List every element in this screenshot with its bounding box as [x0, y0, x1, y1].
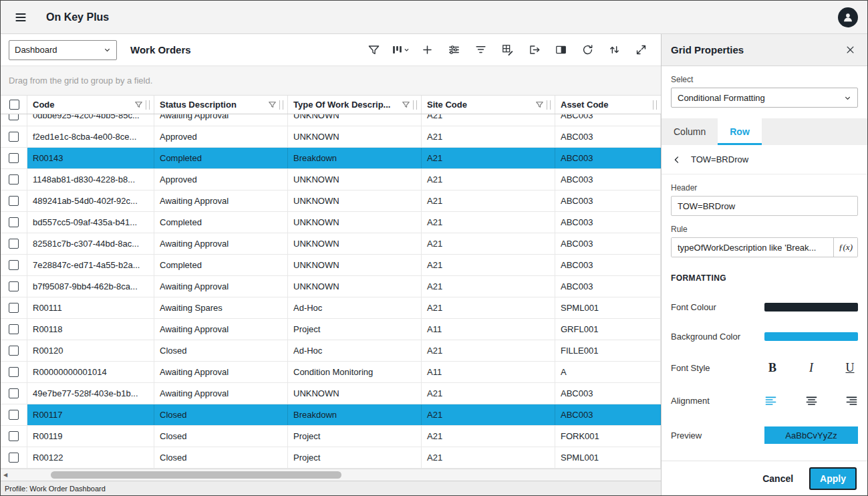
scroll-left-arrow-icon[interactable]: ◀	[1, 469, 10, 481]
column-header[interactable]: Type Of Work Descrip...	[288, 96, 422, 114]
cell-status: Awaiting Approval	[154, 383, 288, 404]
header-input[interactable]	[671, 196, 858, 216]
chevron-left-icon[interactable]	[672, 155, 682, 164]
row-checkbox[interactable]	[9, 346, 19, 356]
font-style-label: Font Style	[671, 363, 764, 373]
column-resize-handle[interactable]	[146, 100, 150, 110]
view-columns-icon[interactable]	[391, 41, 410, 59]
column-filter-icon[interactable]	[134, 100, 143, 109]
table-row[interactable]: R00111Awaiting SparesAd-HocA21SPML001	[1, 297, 661, 319]
cell-type: UNKNOWN	[288, 233, 422, 254]
row-checkbox[interactable]	[9, 281, 19, 291]
column-resize-handle[interactable]	[279, 100, 283, 110]
filter-icon[interactable]	[364, 41, 383, 59]
split-view-icon[interactable]	[551, 41, 570, 59]
table-row[interactable]: R00122ClosedProjectA21SPML001	[1, 447, 661, 469]
align-left-icon[interactable]	[764, 394, 777, 407]
export-icon[interactable]	[525, 41, 543, 59]
column-resize-handle[interactable]	[653, 100, 657, 110]
cell-type: Condition Monitoring	[288, 362, 422, 382]
row-checkbox[interactable]	[9, 174, 19, 184]
background-color-swatch[interactable]	[764, 332, 858, 341]
cell-type: Project	[288, 447, 422, 468]
table-row[interactable]: R00120ClosedAd-HocA21FILLE001	[1, 340, 661, 362]
sort-icon[interactable]	[605, 41, 623, 59]
table-row[interactable]: 0dbbe925-42c0-4bb5-85c...Awaiting Approv…	[1, 114, 661, 126]
column-filter-icon[interactable]	[402, 100, 410, 109]
dashboard-select[interactable]: Dashboard	[9, 40, 117, 60]
cell-site: A11	[422, 319, 555, 340]
apply-button[interactable]: Apply	[809, 467, 857, 490]
font-colour-swatch[interactable]	[764, 303, 858, 312]
scrollbar-thumb[interactable]	[51, 471, 341, 479]
row-checkbox[interactable]	[9, 239, 19, 249]
row-checkbox-cell	[1, 276, 27, 297]
page-title: Work Orders	[130, 44, 191, 55]
table-row[interactable]: 489241ab-54d0-402f-92c...Awaiting Approv…	[1, 191, 661, 212]
group-by-bar[interactable]: Drag from the grid to group by a field.	[1, 66, 661, 96]
row-checkbox[interactable]	[9, 217, 19, 227]
add-icon[interactable]	[418, 41, 436, 59]
refresh-icon[interactable]	[578, 41, 597, 59]
column-resize-handle[interactable]	[413, 100, 417, 110]
cell-asset: ABC003	[555, 233, 661, 254]
table-row[interactable]: R00118Awaiting ApprovalProjectA11GRFL001	[1, 319, 661, 340]
table-row[interactable]: 1148ab81-d830-4228-b8...ApprovedUNKNOWNA…	[1, 169, 661, 191]
cell-code: R00119	[27, 426, 154, 447]
table-row[interactable]: 7e28847c-ed71-4a55-b2a...CompletedUNKNOW…	[1, 255, 661, 276]
close-icon[interactable]	[842, 42, 858, 58]
tab-row[interactable]: Row	[718, 118, 762, 145]
table-row[interactable]: R00117ClosedBreakdownA21ABC003	[1, 404, 661, 426]
row-checkbox[interactable]	[9, 367, 19, 377]
tab-column[interactable]: Column	[662, 118, 718, 145]
align-center-icon[interactable]	[805, 394, 818, 407]
row-checkbox[interactable]	[9, 303, 19, 313]
cell-type: Breakdown	[288, 404, 422, 425]
hamburger-menu-icon[interactable]	[11, 8, 30, 27]
row-checkbox[interactable]	[9, 388, 19, 398]
row-checkbox[interactable]	[9, 132, 19, 142]
user-avatar[interactable]	[838, 7, 858, 27]
function-editor-button[interactable]: ƒ(x)	[833, 238, 857, 257]
row-checkbox[interactable]	[9, 324, 19, 334]
table-row[interactable]: R00000000001014Awaiting ApprovalConditio…	[1, 362, 661, 383]
rule-input[interactable]	[672, 238, 833, 257]
table-row[interactable]: bd557cc5-09af-435a-b41...CompletedUNKNOW…	[1, 212, 661, 233]
row-checkbox[interactable]	[9, 114, 19, 120]
cell-site: A21	[422, 191, 555, 211]
property-type-select[interactable]: Conditional Formatting	[671, 88, 858, 108]
select-all-checkbox[interactable]	[9, 100, 19, 110]
row-checkbox[interactable]	[9, 196, 19, 206]
row-checkbox[interactable]	[9, 453, 19, 463]
edit-grid-icon[interactable]	[498, 41, 517, 59]
column-resize-handle[interactable]	[547, 100, 551, 110]
horizontal-scrollbar[interactable]: ◀	[1, 469, 661, 481]
table-row[interactable]: b7f95087-9bb4-462b-8ca...Awaiting Approv…	[1, 276, 661, 297]
column-header[interactable]: Status Description	[154, 96, 288, 114]
filter-lines-icon[interactable]	[471, 41, 490, 59]
row-checkbox[interactable]	[9, 431, 19, 441]
table-row[interactable]: f2ed1e1c-8cba-4e00-8ce...ApprovedUNKNOWN…	[1, 126, 661, 148]
italic-button[interactable]: I	[803, 361, 819, 375]
column-header[interactable]: Asset Code	[555, 96, 661, 114]
column-filter-icon[interactable]	[268, 100, 277, 109]
row-checkbox[interactable]	[9, 153, 19, 163]
column-header[interactable]: Site Code	[422, 96, 555, 114]
rule-name: TOW=BRDrow	[691, 154, 748, 164]
expand-icon[interactable]	[631, 41, 650, 59]
row-checkbox[interactable]	[9, 410, 19, 420]
adjustments-icon[interactable]	[444, 41, 463, 59]
row-checkbox[interactable]	[9, 260, 19, 270]
column-header[interactable]: Code	[27, 96, 154, 114]
cell-code: R00000000001014	[27, 362, 154, 382]
cell-site: A21	[422, 126, 555, 147]
align-right-icon[interactable]	[845, 394, 858, 407]
table-row[interactable]: R00143CompletedBreakdownA21ABC003	[1, 148, 661, 169]
table-row[interactable]: 49e7be77-528f-403e-b1b...Awaiting Approv…	[1, 383, 661, 404]
table-row[interactable]: R00119ClosedProjectA21FORK001	[1, 426, 661, 447]
bold-button[interactable]: B	[764, 361, 780, 375]
underline-button[interactable]: U	[842, 361, 858, 375]
table-row[interactable]: 82581c7b-c307-44bd-8ac...Awaiting Approv…	[1, 233, 661, 255]
column-filter-icon[interactable]	[535, 100, 544, 109]
cancel-button[interactable]: Cancel	[762, 473, 793, 484]
